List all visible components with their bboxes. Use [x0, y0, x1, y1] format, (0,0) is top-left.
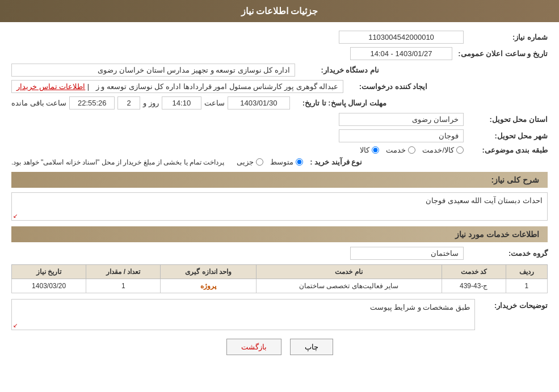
request-number-label: شماره نیاز: — [468, 33, 548, 41]
col-unit: واحد اندازه گیری — [161, 265, 256, 279]
print-button[interactable]: چاپ — [290, 339, 333, 355]
service-group-label: گروه خدمت: — [468, 249, 548, 258]
purchase-type-label: نوع فرآیند خرید : — [310, 158, 362, 166]
response-remaining-label: ساعت باقی مانده — [11, 99, 66, 107]
category-label: طبقه بندی موضوعی: — [468, 146, 548, 154]
purchase-note: پرداخت تمام یا بخشی از مبلغ خریدار از مح… — [11, 158, 224, 166]
category-khadamat: خدمت — [386, 146, 415, 154]
requester-label: ایجاد کننده درخواست: — [348, 82, 427, 91]
response-time-label: ساعت — [204, 99, 225, 107]
cell-name: سایر فعالیت‌های تخصصی ساختمان — [256, 279, 442, 293]
purchase-type-small: جزیی — [237, 158, 263, 166]
response-date: 1403/01/30 — [228, 96, 290, 109]
page-title: جزئیات اطلاعات نیاز — [241, 6, 318, 16]
description-value: احداث دبستان آیت الله سعیدی فوجان — [426, 196, 543, 205]
category-kala-radio[interactable] — [372, 146, 379, 154]
back-button[interactable]: بازگشت — [226, 339, 281, 355]
city-row: شهر محل تحویل: فوجان — [11, 129, 548, 142]
cell-unit: پروژه — [161, 279, 256, 293]
col-name: نام خدمت — [256, 265, 442, 279]
city-value: فوجان — [339, 129, 464, 142]
category-kala-khadamat-radio[interactable] — [456, 146, 464, 154]
cell-code: ج-43-439 — [442, 279, 506, 293]
category-kala-khadamat-label: کالا/خدمت — [422, 146, 454, 154]
response-date-label: مهلت ارسال پاسخ: تا تاریخ: — [293, 99, 386, 107]
purchase-type-medium-label: متوسط — [270, 158, 293, 166]
announce-value: 1403/01/27 - 14:04 — [350, 47, 452, 60]
description-row: احداث دبستان آیت الله سعیدی فوجان ↙ — [11, 192, 548, 221]
description-section-header: شرح کلی نیاز: — [11, 172, 548, 188]
category-options: کالا/خدمت خدمت کالا — [360, 146, 464, 154]
content-area: شماره نیاز: 1103004542000010 تاریخ و ساع… — [0, 22, 559, 375]
buyer-org-label: نام دستگاه خریدار: — [300, 66, 379, 74]
buyer-desc-label: توضیحات خریدار: — [480, 299, 548, 310]
cell-date: 1403/03/20 — [12, 279, 86, 293]
province-row: استان محل تحویل: خراسان رضوی — [11, 113, 548, 126]
purchase-type-medium: متوسط — [270, 158, 303, 166]
announce-label: تاریخ و ساعت اعلان عمومی: — [457, 49, 548, 58]
buyer-org-row: نام دستگاه خریدار: اداره کل نوسازی توسعه… — [11, 64, 548, 77]
purchase-type-medium-radio[interactable] — [296, 158, 303, 166]
category-kala-label: کالا — [360, 146, 369, 154]
response-remaining: 22:55:26 — [69, 96, 115, 109]
cell-row-num: 1 — [506, 279, 547, 293]
table-header-row: ردیف کد خدمت نام خدمت واحد اندازه گیری ت… — [12, 265, 548, 279]
col-code: کد خدمت — [442, 265, 506, 279]
buyer-desc-row: توضیحات خریدار: طبق مشخصات و شرایط پیوست… — [11, 299, 548, 330]
buyer-org-value: اداره کل نوسازی توسعه و تجهیز مدارس استا… — [11, 64, 295, 77]
description-container: احداث دبستان آیت الله سعیدی فوجان ↙ — [11, 192, 548, 221]
page-header: جزئیات اطلاعات نیاز — [0, 0, 559, 22]
button-area: چاپ بازگشت — [11, 339, 548, 366]
requester-value: عبداله گوهری پور کارشناس مسئول امور قرار… — [11, 80, 343, 93]
purchase-type-small-radio[interactable] — [256, 158, 263, 166]
services-section-title: اطلاعات خدمات مورد نیاز — [455, 230, 539, 239]
response-days-label: روز و — [143, 99, 159, 107]
col-row-num: ردیف — [506, 265, 547, 279]
category-khadamat-radio[interactable] — [408, 146, 415, 154]
buyer-desc-container: طبق مشخصات و شرایط پیوست ↙ — [11, 299, 475, 330]
description-section-title: شرح کلی نیاز: — [491, 175, 539, 184]
city-label: شهر محل تحویل: — [468, 132, 548, 140]
cell-quantity: 1 — [86, 279, 161, 293]
table-row: 1 ج-43-439 سایر فعالیت‌های تخصصی ساختمان… — [12, 279, 548, 293]
request-number-row: شماره نیاز: 1103004542000010 — [11, 31, 548, 44]
category-row: طبقه بندی موضوعی: کالا/خدمت خدمت کالا — [11, 146, 548, 154]
service-group-row: گروه خدمت: ساختمان — [11, 247, 548, 260]
response-days: 2 — [117, 96, 140, 109]
category-kala: کالا — [360, 146, 379, 154]
service-group-value: ساختمان — [350, 247, 464, 260]
resize-handle-icon: ↙ — [13, 213, 18, 219]
requester-text: عبداله گوهری پور کارشناس مسئول امور قرار… — [96, 82, 338, 91]
services-section-header: اطلاعات خدمات مورد نیاز — [11, 226, 548, 242]
page-wrapper: جزئیات اطلاعات نیاز شماره نیاز: 11030045… — [0, 0, 559, 392]
category-kala-khadamat: کالا/خدمت — [422, 146, 464, 154]
category-khadamat-label: خدمت — [386, 146, 406, 154]
response-time: 14:10 — [162, 96, 201, 109]
province-value: خراسان رضوی — [339, 113, 464, 126]
requester-link[interactable]: اطلاعات تماس خریدار — [16, 82, 85, 91]
col-date: تاریخ نیاز — [12, 265, 86, 279]
purchase-type-small-label: جزیی — [237, 158, 254, 166]
resize-handle-icon-2: ↙ — [13, 322, 18, 328]
service-table: ردیف کد خدمت نام خدمت واحد اندازه گیری ت… — [11, 264, 548, 293]
requester-row: ایجاد کننده درخواست: عبداله گوهری پور کا… — [11, 80, 548, 93]
col-quantity: تعداد / مقدار — [86, 265, 161, 279]
announce-row: تاریخ و ساعت اعلان عمومی: 1403/01/27 - 1… — [11, 47, 548, 60]
request-number-value: 1103004542000010 — [339, 31, 464, 44]
response-date-row: مهلت ارسال پاسخ: تا تاریخ: 1403/01/30 سا… — [11, 96, 548, 109]
buyer-desc-value: طبق مشخصات و شرایط پیوست — [370, 303, 470, 311]
province-label: استان محل تحویل: — [468, 115, 548, 124]
purchase-type-options: متوسط جزیی — [237, 158, 303, 166]
purchase-type-row: نوع فرآیند خرید : متوسط جزیی پرداخت تمام… — [11, 158, 548, 166]
